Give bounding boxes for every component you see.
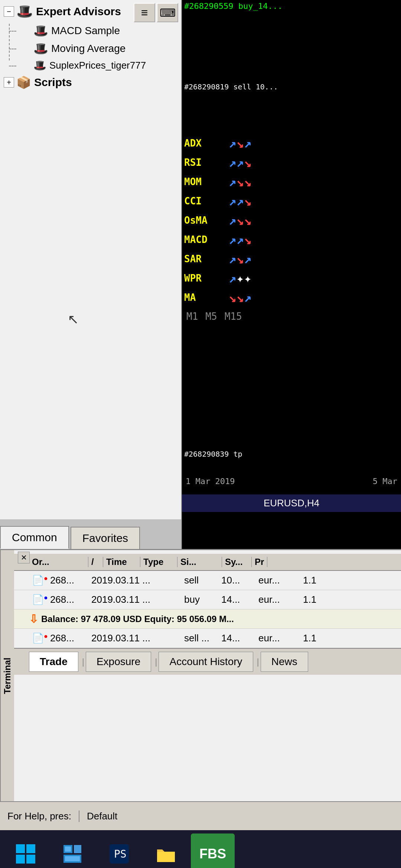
svg-rect-8 xyxy=(65,856,80,861)
col-sort[interactable]: / xyxy=(88,557,103,567)
rsi-arrow1: ↗ xyxy=(229,155,236,170)
row2-time: 2019.03.11 ... xyxy=(88,594,181,605)
row3-type: sell ... xyxy=(181,632,218,644)
terminal-tabs: Trade | Exposure | Account History | New… xyxy=(14,648,401,675)
folder-icon xyxy=(154,842,178,866)
ea-toggle[interactable]: − xyxy=(4,6,14,17)
col-order: Or... xyxy=(29,557,88,567)
moving-average-item[interactable]: 🎩 Moving Average xyxy=(15,42,181,56)
svg-rect-6 xyxy=(74,845,81,853)
app1-btn[interactable] xyxy=(50,834,94,868)
app2-btn[interactable]: PS xyxy=(97,834,141,868)
tab-news[interactable]: News xyxy=(261,652,308,672)
svg-rect-3 xyxy=(26,855,35,864)
cci-label: CCI xyxy=(184,195,229,207)
rsi-arrow2: ↗ xyxy=(236,155,244,170)
wpr-label: WPR xyxy=(184,273,229,284)
row2-type: buy xyxy=(181,594,218,605)
ea-children: 🎩 MACD Sample 🎩 Moving Average 🎩 SuplexP… xyxy=(4,24,181,72)
cci-arrow2: ↗ xyxy=(236,194,244,208)
app1-icon xyxy=(61,842,84,866)
windows-start-btn[interactable] xyxy=(4,834,48,868)
tab-exposure[interactable]: Exposure xyxy=(86,652,151,672)
row3-symbol: eur... xyxy=(255,632,300,644)
wpr-arrow2: ✦ xyxy=(236,271,244,286)
sar-label: SAR xyxy=(184,253,229,264)
scripts-icon: 📦 xyxy=(16,75,31,89)
mouse-cursor: ↖ xyxy=(68,312,79,327)
mom-arrow2: ↘ xyxy=(236,174,244,189)
date-end: 5 Mar xyxy=(373,477,397,486)
sell-order-text: #268290819 sell 10... xyxy=(184,82,278,91)
powershell-icon: PS xyxy=(107,842,131,866)
ma-arrow1: ↘ xyxy=(229,290,236,305)
timeframe-row: M1 M5 M15 xyxy=(184,307,399,326)
row3-size: 14... xyxy=(218,632,255,644)
favorites-tab[interactable]: Favorites xyxy=(71,527,140,549)
svg-rect-11 xyxy=(157,852,175,862)
sar-row: SAR ↗ ↘ ↗ xyxy=(184,249,399,269)
expert-advisors-row[interactable]: − 🎩 Expert Advisors xyxy=(4,4,181,19)
macd-label: MACD Sample xyxy=(51,25,120,37)
adx-arrow1: ↗ xyxy=(229,136,236,151)
ma-arrow2: ↘ xyxy=(236,290,244,305)
osma-label: OsMA xyxy=(184,215,229,226)
common-tab[interactable]: Common xyxy=(0,526,69,549)
ma-arrow3: ↗ xyxy=(244,290,251,305)
app3-btn[interactable] xyxy=(144,834,188,868)
balance-text: Balance: 97 478.09 USD Equity: 95 056.09… xyxy=(41,614,234,624)
adx-arrow3: ↗ xyxy=(244,136,251,151)
cci-arrow3: ↘ xyxy=(244,194,251,208)
ma-ind-label: MA xyxy=(184,292,229,303)
rsi-row: RSI ↗ ↗ ↘ xyxy=(184,153,399,172)
row2-order: 📄● 268... xyxy=(29,594,88,605)
row1-time: 2019.03.11 ... xyxy=(88,575,181,586)
navigator-panel: ≡ ⌨ − 🎩 Expert Advisors 🎩 xyxy=(0,0,182,549)
wpr-arrow1: ↗ xyxy=(229,271,236,286)
col-symbol: Sy... xyxy=(222,557,252,567)
terminal-close-btn[interactable]: ✕ xyxy=(18,552,30,563)
navigator-tree: − 🎩 Expert Advisors 🎩 MACD Sample 🎩 xyxy=(0,0,181,93)
rsi-arrow3: ↘ xyxy=(244,155,251,170)
table-header: Or... / Time Type Si... Sy... Pr xyxy=(14,554,401,571)
navigator-tabs: Common Favorites xyxy=(0,519,181,549)
rsi-label: RSI xyxy=(184,157,229,168)
cci-row: CCI ↗ ↗ ↘ xyxy=(184,191,399,211)
adx-row: ADX ↗ ↘ ↗ xyxy=(184,134,399,153)
scripts-toggle[interactable]: + xyxy=(4,77,14,88)
ma-icon: 🎩 xyxy=(33,42,48,56)
chart-panel: #268290559 buy_14... #268290819 sell 10.… xyxy=(182,0,401,549)
col-size: Si... xyxy=(177,557,222,567)
help-text: For Help, pres: xyxy=(0,811,79,822)
osma-arrow3: ↘ xyxy=(244,213,251,228)
taskbar: PS FBS xyxy=(0,830,401,868)
adx-arrow2: ↘ xyxy=(236,136,244,151)
tf-m5: M5 xyxy=(205,311,217,322)
bottom-order-text: #268290839 tp xyxy=(184,450,242,458)
row3-time: 2019.03.11 ... xyxy=(88,632,181,644)
tab-account-history[interactable]: Account History xyxy=(159,652,253,672)
fbs-btn[interactable]: FBS xyxy=(191,834,235,868)
row2-symbol: eur... xyxy=(255,594,300,605)
macd-item[interactable]: 🎩 MACD Sample xyxy=(15,24,181,38)
col-type: Type xyxy=(140,557,177,567)
osma-row: OsMA ↗ ↘ ↘ xyxy=(184,211,399,230)
suplex-label: SuplexPrices_tiger777 xyxy=(49,60,146,71)
row1-price: 1.1 xyxy=(300,575,330,586)
row2-size: 14... xyxy=(218,594,255,605)
scripts-row[interactable]: + 📦 Scripts xyxy=(4,75,181,89)
sell-doc-icon: 📄● xyxy=(32,575,48,586)
scripts-label: Scripts xyxy=(34,76,72,89)
mom-label: MOM xyxy=(184,176,229,187)
moving-average-label: Moving Average xyxy=(51,43,125,55)
windows-icon xyxy=(14,842,38,866)
expert-advisors-label: Expert Advisors xyxy=(36,5,121,18)
suplex-item[interactable]: 🎩 SuplexPrices_tiger777 xyxy=(15,59,181,72)
svg-rect-2 xyxy=(16,855,25,864)
chart-dates: 1 Mar 2019 5 Mar xyxy=(182,477,401,486)
table-row: 📄● 268... 2019.03.11 ... sell ... 14... … xyxy=(14,629,401,648)
tab-trade[interactable]: Trade xyxy=(29,652,78,672)
fbs-label: FBS xyxy=(199,846,226,862)
svg-rect-1 xyxy=(26,844,35,853)
wpr-row: WPR ↗ ✦ ✦ xyxy=(184,269,399,288)
